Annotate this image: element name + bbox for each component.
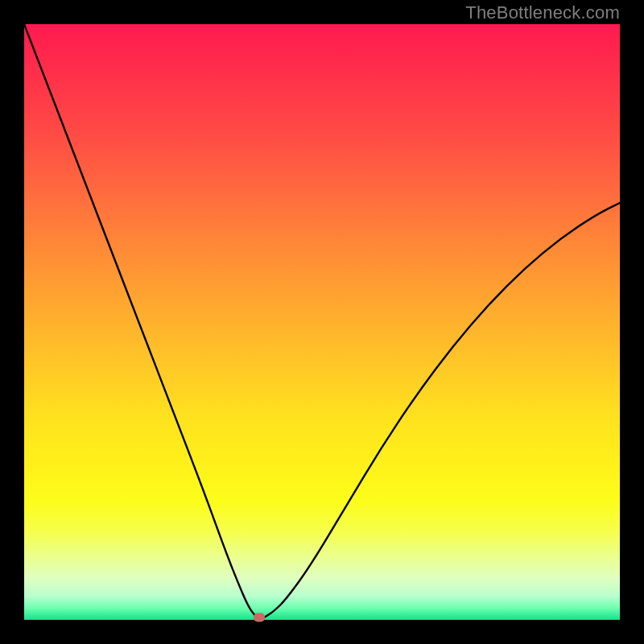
optimum-marker [254, 613, 265, 622]
plot-area [24, 24, 620, 620]
bottleneck-curve-path [24, 24, 620, 619]
watermark-text: TheBottleneck.com [465, 2, 620, 23]
chart-frame: TheBottleneck.com [0, 0, 644, 644]
curve-svg [24, 24, 620, 620]
